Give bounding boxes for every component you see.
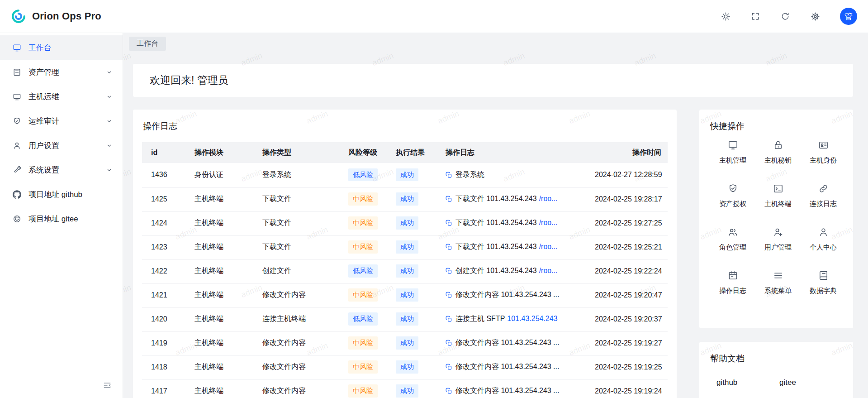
cell-time: 2024-02-27 12:28:59 (588, 163, 668, 187)
help-link-github[interactable]: github (716, 378, 779, 387)
copy-icon[interactable] (446, 388, 452, 394)
collapse-sidebar-icon[interactable] (103, 381, 113, 391)
welcome-title: 欢迎回来! 管理员 (150, 73, 228, 87)
quick-action-host-terminal[interactable]: 主机终端 (755, 183, 801, 208)
help-link-gitee[interactable]: gitee (779, 378, 842, 387)
fullscreen-icon[interactable] (750, 11, 760, 21)
copy-icon[interactable] (446, 172, 452, 178)
quick-action-operation-log[interactable]: 操作日志 (710, 270, 755, 295)
quick-action-role-manage[interactable]: 角色管理 (710, 226, 755, 252)
copy-icon[interactable] (446, 364, 452, 370)
cell-result: 成功 (389, 283, 438, 307)
sidebar-item-user-settings[interactable]: 用户设置 (0, 133, 123, 158)
quick-action-profile[interactable]: 个人中心 (801, 226, 846, 252)
cell-id: 1418 (142, 355, 187, 379)
quick-action-label: 连接日志 (810, 200, 837, 208)
quick-action-host-keys[interactable]: 主机秘钥 (755, 139, 801, 165)
cell-result: 成功 (389, 307, 438, 331)
terminal-icon (773, 183, 783, 194)
gear-icon[interactable] (810, 11, 820, 21)
quick-action-data-dict[interactable]: 数据字典 (801, 270, 846, 295)
table-row: 1419 主机终端 修改文件内容 中风险 成功 修改文件内容 101.43.25… (142, 331, 668, 355)
cell-id: 1423 (142, 235, 187, 259)
cell-result: 成功 (389, 331, 438, 355)
sidebar-item-assets[interactable]: 资产管理 (0, 60, 123, 84)
quick-action-host-identity[interactable]: 主机身份 (801, 139, 846, 165)
host-icon (13, 92, 22, 101)
quick-action-connect-log[interactable]: 连接日志 (801, 183, 846, 208)
cell-id: 1420 (142, 307, 187, 331)
sidebar-item-github[interactable]: 项目地址 github (0, 182, 123, 206)
cell-time: 2024-02-25 19:22:24 (588, 259, 668, 283)
cell-type: 创建文件 (255, 259, 341, 283)
quick-action-asset-grant[interactable]: 资产授权 (710, 183, 755, 208)
quick-action-system-menu[interactable]: 系统菜单 (755, 270, 801, 295)
result-badge: 成功 (396, 168, 418, 181)
log-link[interactable]: 101.43.254.243 (507, 315, 557, 322)
refresh-icon[interactable] (780, 11, 790, 21)
quick-action-label: 用户管理 (764, 243, 792, 252)
copy-icon[interactable] (446, 340, 452, 346)
cell-risk: 中风险 (341, 235, 389, 259)
log-link[interactable]: /roo... (539, 243, 558, 250)
sidebar-item-label: 工作台 (28, 43, 52, 53)
sidebar-item-system-settings[interactable]: 系统设置 (0, 158, 123, 182)
result-badge: 成功 (396, 192, 418, 205)
cell-id: 1436 (142, 163, 187, 187)
tab-workbench[interactable]: 工作台 (129, 37, 166, 51)
sidebar-item-host-ops[interactable]: 主机运维 (0, 84, 123, 109)
copy-icon[interactable] (446, 292, 452, 298)
sidebar-item-label: 运维审计 (28, 116, 59, 126)
quick-action-host-manage[interactable]: 主机管理 (710, 139, 755, 165)
cell-id: 1421 (142, 283, 187, 307)
table-row: 1420 主机终端 连接主机终端 低风险 成功 连接主机 SFTP101.43.… (142, 307, 668, 331)
help-links: github gitee (710, 378, 842, 387)
log-text: 创建文件 101.43.254.243 (455, 267, 537, 274)
risk-badge: 低风险 (348, 264, 378, 277)
log-link[interactable]: /roo... (539, 195, 558, 202)
cell-result: 成功 (389, 187, 438, 211)
brand: Orion Ops Pro (11, 9, 101, 24)
tabbar: 工作台 (123, 33, 868, 54)
sidebar-item-label: 系统设置 (28, 165, 59, 175)
risk-badge: 中风险 (348, 216, 378, 229)
result-badge: 成功 (396, 216, 418, 229)
cell-result: 成功 (389, 355, 438, 379)
copy-icon[interactable] (446, 268, 452, 274)
log-text: 登录系统 (455, 171, 484, 178)
risk-badge: 中风险 (348, 288, 378, 301)
sidebar: 工作台 资产管理 主机运维 (0, 33, 123, 398)
copy-icon[interactable] (446, 220, 452, 226)
assets-icon (13, 67, 22, 77)
col-time: 操作时间 (588, 142, 668, 163)
avatar[interactable]: 管 (840, 8, 857, 25)
sidebar-item-workbench[interactable]: 工作台 (0, 35, 123, 60)
quick-action-user-manage[interactable]: 用户管理 (755, 226, 801, 252)
chevron-down-icon (106, 93, 113, 100)
cell-result: 成功 (389, 163, 438, 187)
sidebar-item-label: 项目地址 gitee (28, 214, 78, 224)
risk-badge: 中风险 (348, 240, 378, 253)
id-card-icon (818, 139, 829, 150)
cell-log: 下载文件 101.43.254.243/roo... (438, 235, 588, 259)
cell-log: 修改文件内容 101.43.254.243 ... (438, 355, 588, 379)
log-link[interactable]: /roo... (539, 267, 558, 274)
chevron-down-icon (106, 118, 113, 125)
operation-log-panel: 操作日志 id 操作模块 操作类型 风险等级 执行 (133, 110, 677, 398)
cell-id: 1424 (142, 211, 187, 235)
result-badge: 成功 (396, 360, 418, 373)
help-docs-panel: 帮助文档 github gitee (699, 342, 853, 398)
header-actions: 管 (721, 8, 857, 25)
sidebar-item-label: 用户设置 (28, 140, 59, 151)
copy-icon[interactable] (446, 316, 452, 322)
sidebar-item-audit[interactable]: 运维审计 (0, 109, 123, 133)
gitee-icon (13, 214, 22, 223)
cell-id: 1425 (142, 187, 187, 211)
theme-toggle-icon[interactable] (721, 11, 730, 21)
cell-module: 主机终端 (187, 211, 255, 235)
log-link[interactable]: /roo... (539, 219, 558, 226)
right-column: 快捷操作 主机管理 (699, 110, 853, 398)
copy-icon[interactable] (446, 244, 452, 250)
copy-icon[interactable] (446, 196, 452, 202)
sidebar-item-gitee[interactable]: 项目地址 gitee (0, 206, 123, 231)
